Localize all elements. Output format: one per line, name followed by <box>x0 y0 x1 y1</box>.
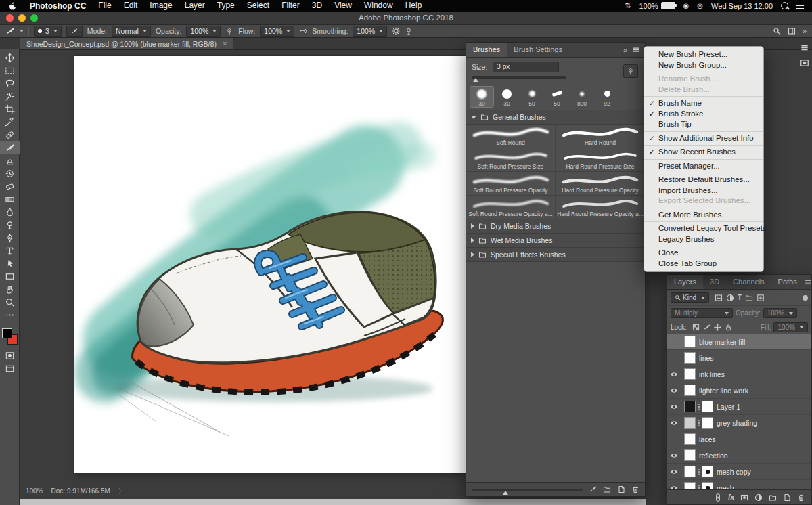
menu-item-close-tab-group[interactable]: Close Tab Group <box>644 259 763 269</box>
menu-item-import-brushes[interactable]: Import Brushes... <box>644 185 763 196</box>
layer-thumbnail[interactable] <box>684 433 696 445</box>
tool-shape[interactable] <box>0 270 20 283</box>
tab-brush-settings[interactable]: Brush Settings <box>507 43 569 57</box>
menu-edit[interactable]: Edit <box>118 0 144 12</box>
filter-toggle[interactable] <box>803 295 808 301</box>
brush-preset[interactable]: Soft Round Pressure Opacity a... <box>466 196 556 219</box>
menu-window[interactable]: Window <box>358 0 399 12</box>
menu-item-new-brush-group[interactable]: New Brush Group... <box>644 60 763 71</box>
smoothing-options-gear-icon[interactable] <box>392 27 400 35</box>
opacity-select[interactable]: 100% <box>186 26 221 37</box>
menu-item-preset-manager[interactable]: Preset Manager... <box>644 161 763 172</box>
tool-preset-picker[interactable] <box>5 26 24 36</box>
tool-magic-wand[interactable] <box>0 90 20 103</box>
brush-preset-picker[interactable]: 3 <box>34 26 62 37</box>
layer-thumbnail[interactable] <box>684 385 696 396</box>
brush-group-wet-media[interactable]: Wet Media Brushes <box>466 234 645 248</box>
tool-crop[interactable] <box>0 103 20 116</box>
layer-row-lighter-line-work[interactable]: lighter line work <box>667 382 811 399</box>
layer-thumbnail[interactable] <box>684 352 696 364</box>
menu-view[interactable]: View <box>328 0 358 12</box>
add-layer-mask-icon[interactable] <box>740 493 748 502</box>
visibility-toggle[interactable] <box>667 447 681 463</box>
filter-type-layers-icon[interactable]: T <box>738 294 742 301</box>
layer-thumbnail[interactable] <box>684 336 696 347</box>
tool-blur[interactable] <box>0 206 20 219</box>
menu-item-legacy-brushes[interactable]: Legacy Brushes <box>644 234 763 245</box>
document-tab[interactable]: ShoeDesign_Concept.psd @ 100% (blue mark… <box>20 38 233 49</box>
pressure-size-icon[interactable] <box>405 27 413 35</box>
tab-brushes[interactable]: Brushes <box>466 43 507 57</box>
menu-item-restore-default-brushes[interactable]: Restore Default Brushes... <box>644 175 763 185</box>
brush-preset[interactable]: Soft Round Pressure Size <box>466 148 556 172</box>
menu-item-brush-tip[interactable]: Brush Tip <box>644 119 763 130</box>
menu-item-show-additional-preset-info[interactable]: Show Additional Preset Info <box>644 133 763 144</box>
layer-thumbnail[interactable] <box>684 482 696 489</box>
layer-thumbnail[interactable] <box>684 466 696 477</box>
blend-mode-select[interactable]: Normal <box>112 26 151 37</box>
layer-row-laces[interactable]: laces <box>667 431 811 447</box>
brush-size-field[interactable]: 3 px <box>493 62 559 72</box>
panel-menu-button[interactable] <box>632 46 640 54</box>
slider-thumb[interactable] <box>503 491 508 495</box>
new-group-icon[interactable] <box>769 493 777 502</box>
filter-adjustment-layers-icon[interactable] <box>726 294 734 302</box>
new-brush-icon[interactable] <box>617 485 625 493</box>
tool-zoom[interactable] <box>0 296 20 309</box>
menu-item-get-more-brushes[interactable]: Get More Brushes... <box>644 210 763 221</box>
layer-thumbnail[interactable] <box>684 401 696 412</box>
tab-channels[interactable]: Channels <box>726 275 771 289</box>
menu-item-show-recent-brushes[interactable]: Show Recent Brushes <box>644 147 763 158</box>
filter-smart-object-icon[interactable] <box>757 294 765 302</box>
tool-brush[interactable] <box>0 141 20 154</box>
menu-item-brush-stroke[interactable]: Brush Stroke <box>644 109 763 120</box>
visibility-toggle[interactable] <box>667 350 681 366</box>
layer-thumbnail[interactable] <box>684 417 696 429</box>
menu-item-close[interactable]: Close <box>644 248 763 259</box>
layer-fill-select[interactable]: 100% <box>773 322 808 332</box>
workspace-switcher-icon[interactable] <box>788 27 796 35</box>
new-group-icon[interactable] <box>603 485 611 493</box>
tab-3d[interactable]: 3D <box>703 275 726 289</box>
recent-brush[interactable]: 30 <box>470 87 493 107</box>
visibility-toggle[interactable] <box>667 334 681 349</box>
pressure-size-toggle[interactable] <box>623 64 638 78</box>
brush-preset[interactable]: Hard Round Pressure Opacity <box>556 172 645 196</box>
layer-mask-thumbnail[interactable] <box>702 482 713 489</box>
tool-hand[interactable] <box>0 283 20 296</box>
collapse-panel-chevrons[interactable]: » <box>623 46 627 54</box>
layer-row-layer-1[interactable]: Layer 1 <box>667 399 811 415</box>
filter-group-layers-icon[interactable] <box>745 294 753 302</box>
layer-thumbnail[interactable] <box>684 449 696 461</box>
brush-size-slider[interactable] <box>472 74 566 82</box>
brush-settings-toggle[interactable] <box>66 26 83 37</box>
tool-lasso[interactable] <box>0 77 20 90</box>
lock-pixels-icon[interactable] <box>703 324 710 331</box>
link-layers-icon[interactable] <box>714 493 722 502</box>
thumbnail-size-slider[interactable] <box>472 489 583 491</box>
layer-blend-mode-select[interactable]: Multiply <box>671 308 733 318</box>
layer-thumbnail[interactable] <box>684 368 696 380</box>
layer-row-mesh[interactable]: mesh <box>667 480 811 489</box>
menu-3d[interactable]: 3D <box>306 0 328 12</box>
smoothing-select[interactable]: 100% <box>353 26 387 37</box>
tool-more-ellipsis[interactable] <box>0 309 20 322</box>
menu-filter[interactable]: Filter <box>275 0 306 12</box>
screen-mode-button[interactable] <box>0 362 20 375</box>
menu-select[interactable]: Select <box>241 0 275 12</box>
shield-status-icon[interactable]: ◎ <box>697 2 703 9</box>
search-icon[interactable] <box>773 27 781 35</box>
status-options-chevron[interactable]: 〉 <box>118 487 125 496</box>
flow-select[interactable]: 100% <box>260 26 294 37</box>
tool-path-selection[interactable] <box>0 257 20 270</box>
tool-dodge[interactable] <box>0 219 20 232</box>
collapsed-panel-icon[interactable] <box>800 58 809 68</box>
brush-group-dry-media[interactable]: Dry Media Brushes <box>466 219 645 234</box>
menu-file[interactable]: File <box>92 0 117 12</box>
new-adjustment-layer-icon[interactable] <box>754 493 763 502</box>
apple-menu[interactable] <box>0 1 24 10</box>
brush-preset[interactable]: Soft Round Pressure Opacity <box>466 172 556 196</box>
zoom-level[interactable]: 100% <box>26 487 43 495</box>
tool-move[interactable] <box>0 51 20 64</box>
pressure-opacity-icon[interactable] <box>225 27 233 35</box>
